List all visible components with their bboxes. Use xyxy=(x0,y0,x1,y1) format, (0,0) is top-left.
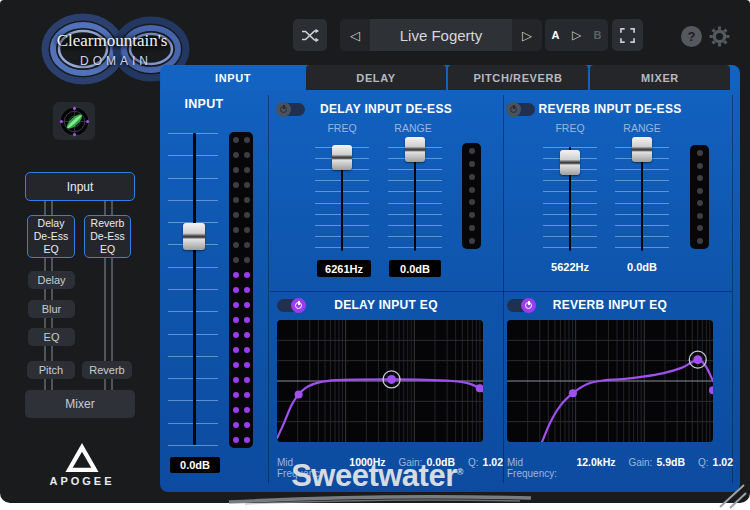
flow-button-reverb-deess-eq[interactable]: Reverb De-Ess EQ xyxy=(84,215,131,258)
gear-icon xyxy=(707,24,732,49)
delay-deess-freq-slider[interactable] xyxy=(315,147,369,251)
delay-deess-range-value[interactable]: 0.0dB xyxy=(389,260,441,277)
delay-eq-title: DELAY INPUT EQ xyxy=(286,298,486,312)
prev-arrow-icon: ◁ xyxy=(350,28,360,43)
gain-value: 5.9dB xyxy=(656,456,685,468)
fullscreen-button[interactable] xyxy=(612,19,643,51)
tab-delay[interactable]: DELAY xyxy=(306,65,446,90)
shuffle-preset-button[interactable] xyxy=(293,19,327,51)
sweetwater-watermark: Sweetwater® xyxy=(227,458,527,494)
next-arrow-icon: ▷ xyxy=(522,28,532,43)
row-divider xyxy=(270,291,732,292)
reverb-input-eq-graph[interactable] xyxy=(507,320,713,442)
delay-deess-range-slider[interactable] xyxy=(388,147,442,251)
ab-b-button[interactable]: B xyxy=(587,29,608,41)
tab-pitch-reverb[interactable]: PITCH/REVERB xyxy=(448,65,588,90)
flow-connector xyxy=(44,346,53,362)
flow-button-eq[interactable]: EQ xyxy=(28,328,75,346)
flow-button-blur[interactable]: Blur xyxy=(28,300,75,318)
help-button[interactable]: ? xyxy=(681,26,702,47)
mid-frequency-value: 12.0kHz xyxy=(576,456,615,468)
slider-track xyxy=(641,147,643,251)
ab-compare-group: A ▷ B xyxy=(545,19,608,51)
gain-label: Gain: xyxy=(629,457,653,468)
logo-title: Clearmountain's xyxy=(29,31,195,51)
main-panel: INPUT DELAY PITCH/REVERB MIXER INPUT 0.0… xyxy=(160,65,740,492)
flow-connector xyxy=(104,258,113,363)
goniometer-button[interactable] xyxy=(53,102,95,140)
preset-name-display[interactable]: Live Fogerty xyxy=(370,19,512,51)
delay-deess-title: DELAY INPUT DE-ESS xyxy=(286,102,486,116)
apogee-brand-text: APOGEE xyxy=(40,475,124,487)
logo-subtitle: DOMAIN xyxy=(61,54,171,68)
input-gain-value[interactable]: 0.0dB xyxy=(170,457,220,473)
ab-a-button[interactable]: A xyxy=(545,29,566,41)
fader-track xyxy=(193,133,196,445)
flow-button-input[interactable]: Input xyxy=(25,172,135,201)
delay-deess-freq-handle[interactable] xyxy=(332,145,352,170)
column-divider xyxy=(503,95,504,483)
reverb-deess-range-handle[interactable] xyxy=(632,137,652,162)
flow-connector xyxy=(44,201,53,215)
column-divider xyxy=(268,95,269,483)
delay-input-eq-graph[interactable] xyxy=(277,320,483,442)
reverb-deess-freq-slider[interactable] xyxy=(543,147,597,251)
q-label: Q: xyxy=(698,457,709,468)
reverb-deess-range-label: RANGE xyxy=(612,122,672,134)
fullscreen-icon xyxy=(620,28,635,43)
reverb-eq-title: REVERB INPUT EQ xyxy=(510,298,710,312)
reverb-deess-title: REVERB INPUT DE-ESS xyxy=(510,102,710,116)
settings-button[interactable] xyxy=(706,23,733,50)
flow-button-reverb[interactable]: Reverb xyxy=(82,361,132,379)
delay-deess-freq-value[interactable]: 6261Hz xyxy=(317,260,371,277)
delay-deess-meter xyxy=(462,143,481,249)
input-section-title: INPUT xyxy=(168,97,240,111)
reverb-deess-range-value[interactable]: 0.0dB xyxy=(612,261,672,273)
flow-connector xyxy=(104,201,113,215)
reverb-deess-freq-label: FREQ xyxy=(540,122,600,134)
reverb-deess-freq-handle[interactable] xyxy=(560,150,580,175)
tab-mixer[interactable]: MIXER xyxy=(590,65,730,90)
flow-button-mixer[interactable]: Mixer xyxy=(25,390,135,418)
reverb-deess-meter xyxy=(690,145,709,249)
help-icon: ? xyxy=(688,29,696,44)
preset-next-button[interactable]: ▷ xyxy=(512,19,542,51)
flow-connector xyxy=(44,258,53,272)
column-divider xyxy=(732,95,733,483)
slider-track xyxy=(414,147,416,251)
shuffle-icon xyxy=(301,28,320,43)
tab-input[interactable]: INPUT xyxy=(162,65,304,90)
reverb-eq-readout: Mid Frequency:12.0kHz Gain:5.9dB Q:1.02 xyxy=(507,456,733,479)
delay-deess-freq-label: FREQ xyxy=(312,122,372,134)
delay-deess-range-handle[interactable] xyxy=(405,137,425,162)
flow-button-delay-deess-eq[interactable]: Delay De-Ess EQ xyxy=(27,215,75,258)
watermark-swoosh xyxy=(225,493,535,505)
input-fader[interactable] xyxy=(168,133,218,445)
goniometer-icon xyxy=(58,105,91,138)
flow-button-pitch[interactable]: Pitch xyxy=(27,361,75,379)
reverb-deess-freq-value[interactable]: 5622Hz xyxy=(540,261,600,273)
apogee-logo-icon xyxy=(64,442,100,473)
reverb-deess-range-slider[interactable] xyxy=(615,147,669,251)
flow-button-delay[interactable]: Delay xyxy=(28,271,75,289)
q-value: 1.02 xyxy=(713,456,733,468)
delay-deess-range-label: RANGE xyxy=(383,122,443,134)
input-level-meter xyxy=(229,132,253,448)
resize-handle[interactable] xyxy=(716,483,748,509)
ab-copy-button[interactable]: ▷ xyxy=(566,28,587,42)
preset-prev-button[interactable]: ◁ xyxy=(340,19,370,51)
input-fader-handle[interactable] xyxy=(183,223,205,250)
plugin-window: Clearmountain's DOMAIN ◁ Live Fogerty ▷ … xyxy=(0,0,750,503)
